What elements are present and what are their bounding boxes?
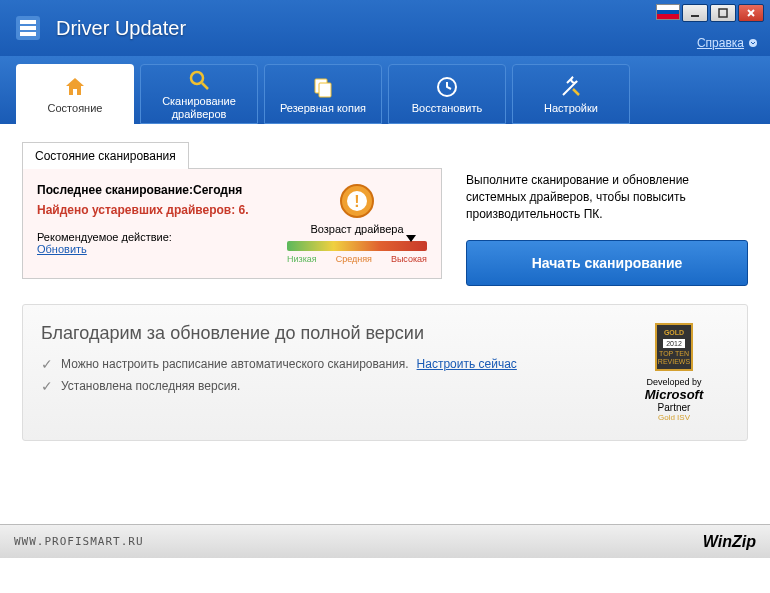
brand-label: WinZip [703, 533, 756, 551]
developed-by-label: Developed by [619, 377, 729, 387]
action-column: Выполните сканирование и обновление сист… [466, 142, 748, 286]
banner-title: Благодарим за обновление до полной верси… [41, 323, 603, 344]
svg-rect-3 [20, 32, 36, 36]
tab-status[interactable]: Состояние [16, 64, 134, 124]
award-year: 2012 [663, 339, 685, 349]
gauge-low: Низкая [287, 254, 317, 264]
watermark-url: WWW.PROFISMART.RU [14, 535, 144, 548]
tab-label: Сканирование драйверов [141, 95, 257, 119]
banner-line1: Можно настроить расписание автоматическо… [61, 357, 409, 371]
check-icon: ✓ [41, 378, 53, 394]
home-icon [63, 75, 87, 99]
check-icon: ✓ [41, 356, 53, 372]
gauge-high: Высокая [391, 254, 427, 264]
tools-icon [559, 75, 583, 99]
svg-rect-1 [20, 20, 36, 24]
award-badge: GOLD 2012 TOP TEN REVIEWS [655, 323, 693, 371]
help-link[interactable]: Справка [697, 36, 758, 50]
gauge-mid: Средняя [336, 254, 372, 264]
svg-rect-2 [20, 26, 36, 30]
alert-icon: ! [339, 183, 375, 219]
thank-you-banner: Благодарим за обновление до полной верси… [22, 304, 748, 441]
svg-rect-12 [319, 83, 331, 97]
recommended-label: Рекомендуемое действие: [37, 231, 172, 243]
partner-label: Partner [619, 402, 729, 413]
banner-line2: Установлена последняя версия. [61, 379, 240, 393]
driver-age-label: Возраст драйвера [287, 223, 427, 235]
gold-isv-label: Gold ISV [619, 413, 729, 422]
tab-settings[interactable]: Настройки [512, 64, 630, 124]
svg-point-8 [749, 39, 757, 47]
tab-backup[interactable]: Резервная копия [264, 64, 382, 124]
tab-label: Резервная копия [280, 102, 366, 114]
microsoft-label: Microsoft [619, 387, 729, 402]
chevron-down-icon [748, 38, 758, 48]
copy-icon [311, 75, 335, 99]
close-button[interactable] [738, 4, 764, 22]
outdated-drivers-text: Найдено устаревших драйверов: 6. [37, 203, 269, 217]
ms-partner-badge: Developed by Microsoft Partner Gold ISV [619, 377, 729, 422]
content-area: Состояние сканирования Последнее сканиро… [0, 124, 770, 524]
tab-label: Настройки [544, 102, 598, 114]
footer: WWW.PROFISMART.RU WinZip [0, 524, 770, 558]
start-scan-button[interactable]: Начать сканирование [466, 240, 748, 286]
configure-now-link[interactable]: Настроить сейчас [417, 357, 517, 371]
titlebar: Driver Updater Справка [0, 0, 770, 56]
svg-point-9 [191, 72, 203, 84]
scan-status-tab-label: Состояние сканирования [22, 142, 189, 169]
help-label: Справка [697, 36, 744, 50]
maximize-button[interactable] [710, 4, 736, 22]
app-title: Driver Updater [56, 17, 186, 40]
gauge-labels: Низкая Средняя Высокая [287, 254, 427, 264]
svg-rect-5 [719, 9, 727, 17]
tab-restore[interactable]: Восстановить [388, 64, 506, 124]
app-icon [12, 12, 44, 44]
scan-status-panel: Состояние сканирования Последнее сканиро… [22, 142, 442, 286]
tab-scan[interactable]: Сканирование драйверов [140, 64, 258, 124]
restore-icon [435, 75, 459, 99]
update-link[interactable]: Обновить [37, 243, 87, 255]
language-flag[interactable] [656, 4, 680, 20]
minimize-button[interactable] [682, 4, 708, 22]
tab-label: Состояние [48, 102, 103, 114]
tabbar: Состояние Сканирование драйверов Резервн… [0, 56, 770, 124]
gauge-pointer [406, 235, 416, 242]
action-description: Выполните сканирование и обновление сист… [466, 172, 748, 222]
window-controls [656, 4, 764, 22]
driver-age-gauge [287, 241, 427, 251]
svg-line-10 [202, 83, 208, 89]
magnifier-icon [187, 68, 211, 92]
tab-label: Восстановить [412, 102, 482, 114]
svg-text:!: ! [354, 193, 359, 210]
award-source: TOP TEN REVIEWS [657, 350, 691, 365]
last-scan-value: Сегодня [193, 183, 242, 197]
